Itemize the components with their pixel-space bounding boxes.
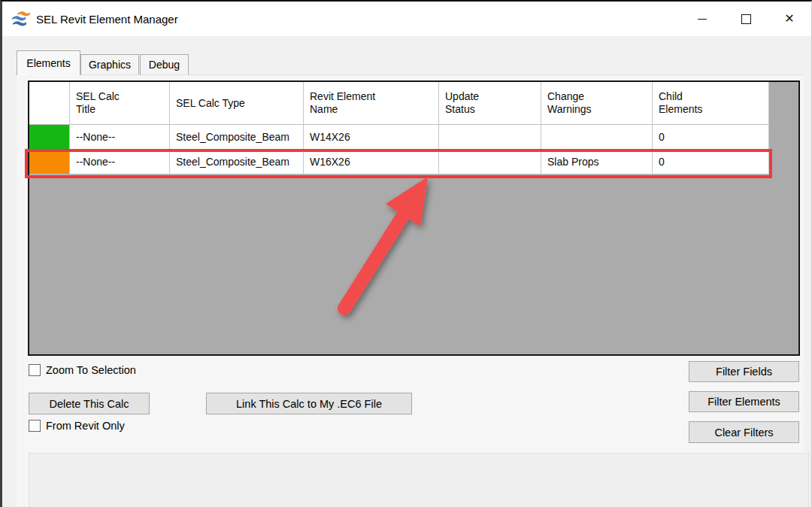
maximize-button[interactable] [724, 2, 768, 36]
header-change-warnings[interactable]: Change Warnings [541, 82, 653, 125]
link-calc-to-ec6-button[interactable]: Link This Calc to My .EC6 File [206, 393, 412, 414]
cell-child-elements[interactable]: 0 [653, 150, 769, 175]
cell-revit-element-name[interactable]: W14X26 [304, 125, 439, 150]
filter-elements-button[interactable]: Filter Elements [689, 391, 799, 412]
cell-update-status[interactable] [439, 150, 541, 175]
from-revit-only-checkbox[interactable]: From Revit Only [29, 420, 125, 432]
cell-child-elements[interactable]: 0 [653, 125, 769, 150]
header-color-column[interactable] [29, 82, 70, 125]
checkbox-box-icon[interactable] [29, 420, 41, 432]
header-sel-calc-type[interactable]: SEL Calc Type [170, 82, 304, 125]
tab-debug[interactable]: Debug [140, 54, 189, 74]
bottom-status-panel [29, 453, 809, 507]
header-update-status[interactable]: Update Status [439, 82, 541, 125]
status-color-cell[interactable] [29, 150, 70, 175]
header-revit-element-name[interactable]: Revit Element Name [304, 82, 439, 125]
cell-change-warnings[interactable]: Slab Props [541, 150, 653, 175]
window-controls: ✕ [680, 2, 811, 36]
title-bar: SEL Revit Element Manager ✕ [2, 2, 811, 36]
clear-filters-button[interactable]: Clear Filters [689, 421, 799, 443]
close-button[interactable]: ✕ [768, 2, 811, 36]
sel-revit-element-manager-window: SEL Revit Element Manager ✕ Elements Gra… [0, 0, 812, 507]
window-title: SEL Revit Element Manager [36, 13, 178, 26]
minimize-button[interactable] [680, 2, 724, 36]
status-color-cell[interactable] [29, 125, 70, 150]
filter-fields-button[interactable]: Filter Fields [689, 361, 799, 382]
checkbox-box-icon[interactable] [29, 364, 41, 376]
tab-graphics[interactable]: Graphics [80, 54, 139, 74]
checkbox-label: Zoom To Selection [46, 364, 136, 376]
header-sel-calc-title[interactable]: SEL Calc Title [70, 82, 170, 125]
delete-this-calc-button[interactable]: Delete This Calc [29, 393, 150, 414]
grid-row-w16x26[interactable]: --None-- Steel_Composite_Beam W16X26 Sla… [29, 150, 798, 175]
minimize-icon [698, 19, 707, 20]
grid-header-row: SEL Calc Title SEL Calc Type Revit Eleme… [29, 82, 798, 125]
zoom-to-selection-checkbox[interactable]: Zoom To Selection [29, 364, 136, 376]
status-swatch-green [29, 125, 69, 149]
cell-sel-calc-type[interactable]: Steel_Composite_Beam [170, 125, 304, 150]
status-swatch-orange [29, 150, 69, 174]
grid-row-w14x26[interactable]: --None-- Steel_Composite_Beam W14X26 0 [29, 125, 798, 150]
cell-sel-calc-type[interactable]: Steel_Composite_Beam [170, 150, 304, 175]
maximize-icon [741, 14, 751, 24]
tab-elements[interactable]: Elements [17, 50, 80, 75]
cell-update-status[interactable] [439, 125, 541, 150]
cell-sel-calc-title[interactable]: --None-- [70, 150, 170, 175]
checkbox-label: From Revit Only [46, 420, 125, 432]
cell-sel-calc-title[interactable]: --None-- [70, 125, 170, 150]
element-grid: SEL Calc Title SEL Calc Type Revit Eleme… [28, 80, 800, 356]
close-icon: ✕ [784, 13, 794, 25]
cell-revit-element-name[interactable]: W16X26 [304, 150, 439, 175]
header-child-elements[interactable]: Child Elements [653, 82, 769, 125]
cell-change-warnings[interactable] [541, 125, 653, 150]
app-logo-icon [10, 9, 31, 29]
